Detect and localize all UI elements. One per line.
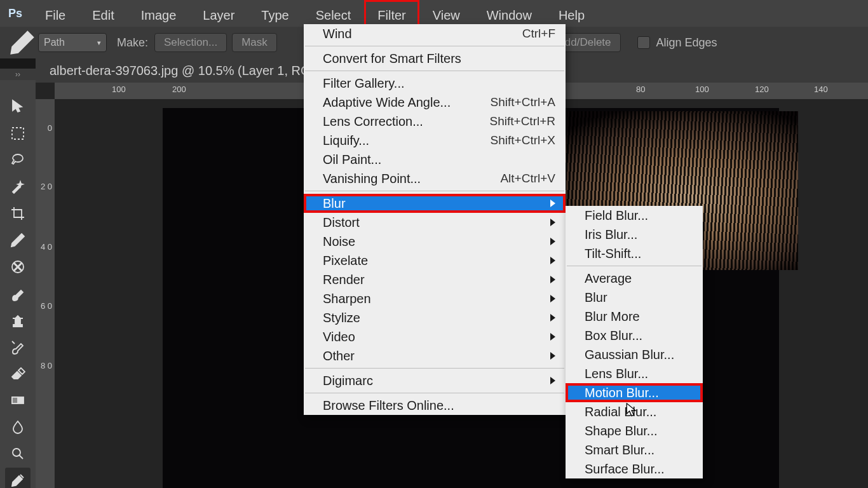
menu-window[interactable]: Window [473,0,545,27]
blur-menu-item-surface-blur[interactable]: Surface Blur... [566,459,703,478]
filter-menu-item-liquify[interactable]: Liquify...Shift+Ctrl+X [304,131,566,150]
blur-menu-item-radial-blur[interactable]: Radial Blur... [566,402,703,421]
menu-item-label: Shape Blur... [585,424,658,438]
menu-separator [305,191,564,191]
tool-panel: ›› [0,69,36,488]
ruler-h-tick: 120 [755,85,769,94]
menu-edit[interactable]: Edit [79,0,127,27]
pen-tool[interactable] [5,468,31,488]
filter-menu-item-pixelate[interactable]: Pixelate [304,251,566,270]
menu-separator [567,266,702,266]
filter-menu-item-video[interactable]: Video [304,327,566,346]
menu-item-label: Iris Blur... [585,227,637,242]
ruler-h-tick: 80 [636,85,645,94]
healing-brush-tool[interactable] [5,254,31,280]
blur-menu-item-blur-more[interactable]: Blur More [566,307,703,326]
menu-item-label: Pixelate [323,254,368,268]
menu-item-label: Distort [323,215,360,230]
svg-rect-0 [12,128,24,139]
blur-menu-item-smart-blur[interactable]: Smart Blur... [566,440,703,459]
menu-layer[interactable]: Layer [189,0,248,27]
blur-menu-item-motion-blur[interactable]: Motion Blur... [566,383,703,402]
svg-rect-3 [12,397,18,403]
menu-view[interactable]: View [419,0,473,27]
filter-menu-item-browse-filters-online[interactable]: Browse Filters Online... [304,396,566,415]
ruler-v-tick: 8 0 [41,361,52,370]
menu-item-label: Noise [323,234,355,249]
blur-tool[interactable] [5,414,31,440]
menu-item-label: Motion Blur... [585,386,659,400]
menu-image[interactable]: Image [128,0,190,27]
filter-menu-item-digimarc[interactable]: Digimarc [304,371,566,390]
ruler-v-tick: 4 0 [41,242,52,252]
blur-menu-item-gaussian-blur[interactable]: Gaussian Blur... [566,345,703,364]
filter-menu-item-distort[interactable]: Distort [304,213,566,232]
filter-menu-item-other[interactable]: Other [304,346,566,365]
menu-item-label: Gaussian Blur... [585,348,674,362]
ruler-v-tick: 2 0 [41,182,52,191]
history-brush-tool[interactable] [5,334,31,360]
make-label: Make: [117,36,148,50]
submenu-arrow-icon [550,377,555,384]
mask-button[interactable]: Mask [232,33,277,52]
document-tab[interactable]: albert-dera-397063.jpg @ 10.5% (Layer 1,… [50,64,330,78]
dodge-tool[interactable] [5,441,31,466]
blur-menu-item-tilt-shift[interactable]: Tilt-Shift... [566,244,703,263]
selection-button[interactable]: Selection... [154,33,227,52]
blur-menu-item-lens-blur[interactable]: Lens Blur... [566,364,703,383]
menu-item-label: Lens Correction... [323,114,423,129]
menu-separator [305,71,564,71]
blur-menu-item-box-blur[interactable]: Box Blur... [566,326,703,345]
filter-menu-item-render[interactable]: Render [304,270,566,289]
menu-item-shortcut: Shift+Ctrl+A [491,95,555,109]
filter-menu-item-adaptive-wide-angle[interactable]: Adaptive Wide Angle...Shift+Ctrl+A [304,93,566,112]
menu-item-shortcut: Shift+Ctrl+X [491,133,555,147]
magic-wand-tool[interactable] [5,174,31,200]
blur-menu-item-blur[interactable]: Blur [566,288,703,307]
menu-item-label: Sharpen [323,292,371,306]
filter-menu-item-oil-paint[interactable]: Oil Paint... [304,150,566,169]
clone-stamp-tool[interactable] [5,308,31,333]
align-edges-checkbox[interactable] [637,36,650,49]
blur-menu-item-iris-blur[interactable]: Iris Blur... [566,225,703,244]
pen-mode-value: Path [44,37,65,48]
brush-tool[interactable] [5,281,31,306]
menu-type[interactable]: Type [248,0,302,27]
menu-item-label: Blur [585,290,607,305]
pen-tool-icon[interactable] [6,30,38,55]
menu-separator [305,368,564,369]
menu-item-label: Digimarc [323,374,373,388]
filter-menu-item-blur[interactable]: Blur [304,194,566,213]
pen-mode-select[interactable]: Path ▾ [38,33,107,52]
gradient-tool[interactable] [5,388,31,413]
blur-submenu: Field Blur...Iris Blur...Tilt-Shift...Av… [566,206,703,478]
menu-item-label: Smart Blur... [585,443,654,458]
marquee-tool[interactable] [5,121,31,146]
blur-menu-item-field-blur[interactable]: Field Blur... [566,206,703,225]
menu-help[interactable]: Help [545,0,598,27]
crop-tool[interactable] [5,201,31,226]
submenu-arrow-icon [550,333,555,341]
submenu-arrow-icon [550,219,555,226]
eyedropper-tool[interactable] [5,227,31,253]
lasso-tool[interactable] [5,147,31,173]
eraser-tool[interactable] [5,361,31,386]
blur-menu-item-shape-blur[interactable]: Shape Blur... [566,421,703,440]
menu-item-label: Radial Blur... [585,405,656,419]
filter-menu-item-filter-gallery[interactable]: Filter Gallery... [304,74,566,93]
panel-expand-grip[interactable]: ›› [0,69,36,80]
menu-filter[interactable]: Filter [364,0,419,27]
filter-menu-item-vanishing-point[interactable]: Vanishing Point...Alt+Ctrl+V [304,169,566,188]
filter-menu-item-sharpen[interactable]: Sharpen [304,289,566,308]
filter-menu-item-stylize[interactable]: Stylize [304,308,566,327]
menu-item-label: Tilt-Shift... [585,247,641,261]
ruler-v-tick: 6 0 [41,301,52,311]
filter-menu-item-wind[interactable]: WindCtrl+F [304,24,566,43]
filter-menu-item-noise[interactable]: Noise [304,232,566,251]
move-tool[interactable] [5,94,31,119]
filter-menu-item-convert-for-smart-filters[interactable]: Convert for Smart Filters [304,49,566,68]
menu-file[interactable]: File [32,0,79,27]
filter-menu-item-lens-correction[interactable]: Lens Correction...Shift+Ctrl+R [304,112,566,131]
blur-menu-item-average[interactable]: Average [566,269,703,288]
menu-select[interactable]: Select [302,0,365,27]
